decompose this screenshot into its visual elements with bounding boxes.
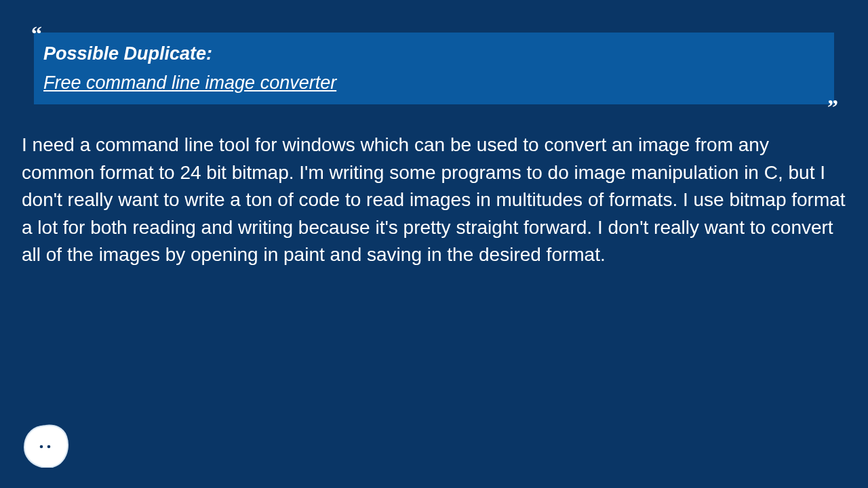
close-quote-icon: ” [827,96,838,118]
question-body: I need a command line tool for windows w… [19,131,849,269]
open-quote-icon: “ [31,23,42,45]
avatar [22,424,69,468]
duplicate-heading: Possible Duplicate: [43,42,821,66]
question-content: “ Possible Duplicate: Free command line … [0,0,868,269]
svg-point-0 [40,445,43,449]
duplicate-notice: “ Possible Duplicate: Free command line … [34,33,834,104]
duplicate-link[interactable]: Free command line image converter [43,73,336,94]
svg-point-1 [47,445,51,449]
